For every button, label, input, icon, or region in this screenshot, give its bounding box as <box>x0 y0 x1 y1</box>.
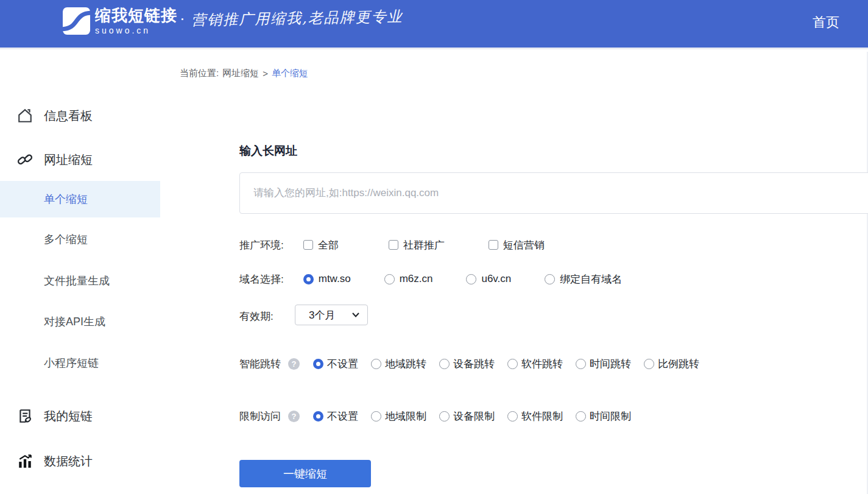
radio-restrict-software-circle[interactable] <box>507 411 518 422</box>
home-icon <box>17 108 33 124</box>
checkbox-sms-marketing[interactable]: 短信营销 <box>489 238 545 252</box>
checkbox-community-promo[interactable]: 社群推广 <box>389 238 445 252</box>
validity-select-value: 3个月 <box>309 308 335 322</box>
tagline-text: 营销推广用缩我,老品牌更专业 <box>191 7 403 30</box>
logo-icon <box>63 7 90 35</box>
link-icon <box>17 152 33 168</box>
validity-select[interactable]: 3个月 <box>295 305 368 325</box>
radio-domain-mtw[interactable]: mtw.so <box>303 273 351 285</box>
radio-restrict-region-circle[interactable] <box>371 411 381 422</box>
shorten-submit-button[interactable]: 一键缩短 <box>239 460 371 487</box>
sidebar-item-url-shorten[interactable]: 网址缩短 <box>0 147 160 172</box>
radio-domain-u6v-circle[interactable] <box>466 274 476 284</box>
logo-domain: suowo.cn <box>95 26 177 35</box>
radio-jump-software-circle[interactable] <box>507 359 518 369</box>
sidebar-item-single-shorten[interactable]: 单个缩短 <box>0 181 160 217</box>
radio-restrict-device[interactable]: 设备限制 <box>439 409 495 423</box>
radio-domain-custom-circle[interactable] <box>545 274 555 284</box>
radio-jump-time[interactable]: 时间跳转 <box>576 357 631 371</box>
radio-jump-region-circle[interactable] <box>371 359 381 369</box>
radio-jump-time-circle[interactable] <box>576 359 586 369</box>
restrict-access-help-icon[interactable]: ? <box>288 411 300 422</box>
breadcrumb: 当前位置: 网址缩短 > 单个缩短 <box>180 68 308 79</box>
bar-chart-icon <box>17 453 33 469</box>
radio-domain-u6v[interactable]: u6v.cn <box>466 273 511 285</box>
radio-jump-region[interactable]: 地域跳转 <box>371 357 426 371</box>
restrict-access-row: 限制访问 ? 不设置 地域限制 设备限制 软件限制 时间限制 <box>239 409 631 423</box>
radio-jump-none[interactable]: 不设置 <box>313 357 358 371</box>
sidebar-item-dashboard[interactable]: 信息看板 <box>0 104 160 128</box>
document-edit-icon <box>17 408 33 424</box>
domain-select-label: 域名选择: <box>239 272 284 286</box>
logo[interactable]: 缩我短链接 suowo.cn <box>63 7 177 35</box>
radio-restrict-none[interactable]: 不设置 <box>313 409 358 423</box>
checkbox-sms-box[interactable] <box>489 240 498 250</box>
radio-restrict-time-circle[interactable] <box>576 411 586 422</box>
promo-env-row: 推广环境: 全部 社群推广 短信营销 <box>239 238 545 252</box>
domain-select-row: 域名选择: mtw.so m6z.cn u6v.cn 绑定自有域名 <box>239 272 622 286</box>
long-url-input[interactable] <box>239 172 868 214</box>
logo-title: 缩我短链接 <box>95 7 177 23</box>
radio-jump-none-circle[interactable] <box>313 359 323 369</box>
validity-label: 有效期: <box>239 309 273 323</box>
sidebar-item-miniprogram-link[interactable]: 小程序短链 <box>0 352 160 374</box>
smart-jump-row: 智能跳转 ? 不设置 地域跳转 设备跳转 软件跳转 时间跳转 比例跳转 <box>239 357 699 370</box>
smart-jump-help-icon[interactable]: ? <box>288 358 300 370</box>
sidebar-item-domain-manage[interactable]: 域名管理 <box>0 489 160 494</box>
breadcrumb-parent: 网址缩短 <box>222 68 259 79</box>
breadcrumb-separator: > <box>263 68 268 79</box>
page: 缩我短链接 suowo.cn · 营销推广用缩我,老品牌更专业 首页 当前位置:… <box>0 0 868 494</box>
radio-domain-mtw-circle[interactable] <box>303 274 314 284</box>
radio-jump-ratio[interactable]: 比例跳转 <box>644 357 699 371</box>
checkbox-all[interactable]: 全部 <box>303 238 339 252</box>
radio-restrict-time[interactable]: 时间限制 <box>576 409 631 423</box>
radio-domain-m6z[interactable]: m6z.cn <box>384 273 433 285</box>
nav-home-link[interactable]: 首页 <box>813 13 839 32</box>
radio-domain-m6z-circle[interactable] <box>384 274 395 284</box>
tagline-separator: · <box>180 9 185 28</box>
breadcrumb-prefix: 当前位置: <box>180 68 219 79</box>
sidebar: 信息看板 网址缩短 单个缩短 多个缩短 文件批量生成 对接API生成 小程序短链 <box>0 52 160 494</box>
radio-jump-device-circle[interactable] <box>439 359 450 369</box>
sidebar-item-file-batch[interactable]: 文件批量生成 <box>0 270 160 292</box>
checkbox-community-box[interactable] <box>389 240 398 250</box>
sidebar-item-statistics[interactable]: 数据统计 <box>0 449 160 473</box>
radio-jump-software[interactable]: 软件跳转 <box>507 357 563 371</box>
validity-row: 有效期: <box>239 309 273 323</box>
radio-domain-custom[interactable]: 绑定自有域名 <box>545 272 622 286</box>
sidebar-item-my-links[interactable]: 我的短链 <box>0 404 160 428</box>
promo-env-label: 推广环境: <box>239 238 284 252</box>
smart-jump-label: 智能跳转 <box>239 357 281 371</box>
tagline: · 营销推广用缩我,老品牌更专业 <box>180 9 403 28</box>
radio-restrict-none-circle[interactable] <box>313 411 323 422</box>
radio-restrict-device-circle[interactable] <box>439 411 450 422</box>
radio-jump-ratio-circle[interactable] <box>644 359 654 369</box>
radio-jump-device[interactable]: 设备跳转 <box>439 357 495 371</box>
breadcrumb-current[interactable]: 单个缩短 <box>272 68 308 79</box>
radio-restrict-region[interactable]: 地域限制 <box>371 409 426 423</box>
header-bar: 缩我短链接 suowo.cn · 营销推广用缩我,老品牌更专业 首页 <box>0 0 868 49</box>
checkbox-all-box[interactable] <box>303 240 313 250</box>
form-title: 输入长网址 <box>239 143 297 159</box>
radio-restrict-software[interactable]: 软件限制 <box>507 409 563 423</box>
restrict-access-label: 限制访问 <box>239 409 281 423</box>
sidebar-item-multi-shorten[interactable]: 多个缩短 <box>0 228 160 250</box>
chevron-down-icon <box>352 312 359 317</box>
sidebar-item-api-generate[interactable]: 对接API生成 <box>0 311 160 333</box>
